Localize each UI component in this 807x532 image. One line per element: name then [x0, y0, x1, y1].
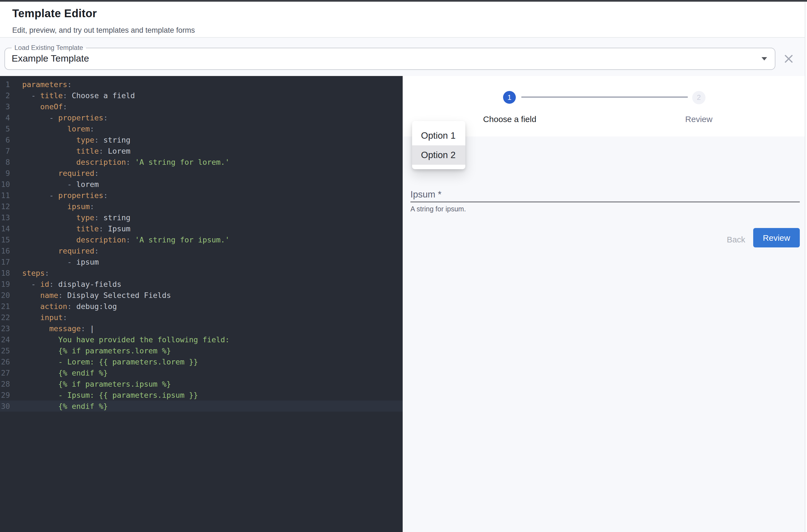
code-line: 21 action: debug:log [0, 301, 403, 312]
line-number: 5 [0, 123, 10, 134]
code-line: 6 type: string [0, 134, 403, 145]
more-options-button[interactable] [783, 16, 794, 29]
line-number: 10 [0, 178, 10, 190]
code-line: 16 required: [0, 245, 403, 256]
code-line: 11 - properties: [0, 190, 403, 201]
caret-down-icon [762, 57, 767, 60]
line-number: 27 [0, 367, 10, 378]
code-text: type: string [22, 212, 130, 223]
code-text: {% endif %} [22, 400, 108, 412]
code-text: - Ipsum: {{ parameters.ipsum }} [22, 390, 198, 400]
code-text: type: string [22, 134, 130, 145]
code-line: 26 - Lorem: {{ parameters.lorem }} [0, 356, 403, 367]
line-number: 8 [0, 156, 10, 168]
load-template-select[interactable]: Load Existing Template Example Template [4, 48, 775, 70]
code-line: 8 description: 'A string for lorem.' [0, 156, 403, 168]
line-number: 2 [0, 90, 10, 101]
step-2-label: Review [652, 114, 746, 124]
line-number: 22 [0, 312, 10, 323]
code-text: - ipsum [22, 256, 99, 267]
line-number: 29 [0, 390, 10, 400]
page-title: Template Editor [12, 7, 97, 20]
code-text: You have provided the following field: [22, 334, 230, 345]
line-number: 18 [0, 267, 10, 279]
code-text: required: [22, 245, 99, 256]
code-text: - properties: [22, 190, 108, 201]
line-number: 16 [0, 245, 10, 256]
code-text: message: | [22, 323, 94, 334]
code-text: lorem: [22, 123, 94, 134]
option-dropdown-menu: Option 1 Option 2 [412, 121, 465, 169]
code-text: oneOf: [22, 101, 68, 112]
page-header: Template Editor Edit, preview, and try o… [0, 2, 807, 38]
code-text: description: 'A string for ipsum.' [22, 234, 230, 245]
code-text: parameters: [22, 79, 72, 90]
line-number: 4 [0, 112, 10, 123]
code-line: 28 {% if parameters.ipsum %} [0, 378, 403, 390]
code-line: 24 You have provided the following field… [0, 334, 403, 345]
code-line: 17 - ipsum [0, 256, 403, 267]
select-value: Example Template [12, 48, 89, 69]
code-text: name: Display Selected Fields [22, 289, 171, 301]
code-line: 22 input: [0, 312, 403, 323]
code-text: - Lorem: {{ parameters.lorem }} [22, 356, 198, 367]
stepper-connector [521, 96, 688, 97]
ipsum-field-underline [410, 202, 800, 202]
line-number: 1 [0, 79, 10, 90]
menu-item-option-1[interactable]: Option 1 [412, 126, 465, 145]
code-line: 14 title: Ipsum [0, 223, 403, 234]
code-text: - id: display-fields [22, 279, 121, 289]
back-button[interactable]: Back [716, 230, 755, 249]
code-text: title: Ipsum [22, 223, 130, 234]
ipsum-field-helper: A string for ipsum. [410, 205, 466, 213]
code-text: required: [22, 168, 99, 178]
code-text: {% endif %} [22, 367, 108, 378]
code-line: 18steps: [0, 267, 403, 279]
line-number: 3 [0, 101, 10, 112]
line-number: 26 [0, 356, 10, 367]
step-1-label: Choose a field [463, 114, 557, 124]
code-text: - title: Choose a field [22, 90, 135, 101]
code-line: 7 title: Lorem [0, 145, 403, 156]
step-1-circle: 1 [503, 91, 516, 104]
code-line: 9 required: [0, 168, 403, 178]
window-right-gutter [805, 2, 807, 532]
code-line: 3 oneOf: [0, 101, 403, 112]
clear-template-button[interactable] [783, 53, 794, 64]
line-number: 6 [0, 134, 10, 145]
line-number: 23 [0, 323, 10, 334]
close-icon [783, 53, 794, 64]
line-number: 13 [0, 212, 10, 223]
code-line: 13 type: string [0, 212, 403, 223]
code-line: 1parameters: [0, 79, 403, 90]
review-button[interactable]: Review [753, 228, 800, 247]
line-number: 7 [0, 145, 10, 156]
code-text: steps: [22, 267, 50, 279]
code-line: 2 - title: Choose a field [0, 90, 403, 101]
code-line: 29 - Ipsum: {{ parameters.ipsum }} [0, 390, 403, 400]
code-text: - properties: [22, 112, 108, 123]
code-text: input: [22, 312, 68, 323]
code-line: 25 {% if parameters.lorem %} [0, 345, 403, 356]
line-number: 9 [0, 168, 10, 178]
code-text: {% if parameters.ipsum %} [22, 378, 171, 390]
code-line: 15 description: 'A string for ipsum.' [0, 234, 403, 245]
code-text: title: Lorem [22, 145, 130, 156]
code-line: 4 - properties: [0, 112, 403, 123]
ipsum-input-field[interactable]: Ipsum * [410, 188, 800, 206]
menu-item-option-2[interactable]: Option 2 [412, 145, 465, 165]
line-number: 11 [0, 190, 10, 201]
line-number: 19 [0, 279, 10, 289]
code-line: 23 message: | [0, 323, 403, 334]
code-line: 30 {% endif %} [0, 400, 403, 412]
code-editor[interactable]: 1parameters:2 - title: Choose a field3 o… [0, 76, 403, 532]
code-text: action: debug:log [22, 301, 117, 312]
page-subtitle: Edit, preview, and try out templates and… [12, 26, 195, 34]
code-line: 12 ipsum: [0, 201, 403, 212]
code-line: 19 - id: display-fields [0, 279, 403, 289]
code-text: description: 'A string for lorem.' [22, 156, 230, 168]
ipsum-field-label: Ipsum * [410, 189, 442, 200]
line-number: 30 [0, 400, 10, 412]
line-number: 14 [0, 223, 10, 234]
line-number: 15 [0, 234, 10, 245]
